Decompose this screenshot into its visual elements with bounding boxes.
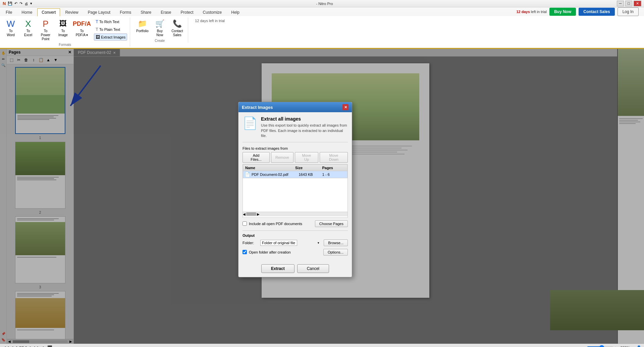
tab-forms[interactable]: Forms: [115, 8, 136, 16]
to-excel-btn[interactable]: X ToExcel: [20, 17, 36, 38]
stop-btn[interactable]: ⬛: [47, 345, 52, 347]
file-list-area[interactable]: Name Size Pages 📄 PDF Document-02.pdf 16…: [243, 164, 348, 218]
next-page-btn[interactable]: ▶: [30, 345, 33, 347]
plaintext-icon: T: [96, 27, 98, 32]
remove-btn[interactable]: Remove: [271, 152, 293, 163]
image-icon: 🖼: [58, 18, 68, 29]
buy-now-btn[interactable]: Buy Now: [549, 8, 576, 16]
close-btn[interactable]: ✕: [634, 1, 641, 6]
extract-images-btn[interactable]: 🖼 Extract Images: [94, 33, 127, 41]
extract-btn[interactable]: Extract: [261, 264, 294, 273]
tab-page-layout[interactable]: Page Layout: [84, 8, 115, 16]
output-section: Output Folder: Folder of original file C…: [243, 230, 348, 256]
zoom-slider[interactable]: [587, 345, 613, 347]
contact-icon: 📞: [172, 18, 182, 29]
to-rich-text-btn[interactable]: T To Rich Text: [94, 18, 127, 25]
browse-btn[interactable]: Browse...: [324, 239, 348, 246]
tab-help[interactable]: Help: [227, 8, 244, 16]
options-btn[interactable]: Options...: [323, 249, 348, 256]
login-btn[interactable]: Log In: [618, 7, 639, 16]
buy-icon: 🛒: [154, 18, 165, 29]
file-pages: 1 - 6: [322, 172, 346, 177]
maximize-btn[interactable]: □: [625, 1, 632, 6]
tab-share[interactable]: Share: [136, 8, 156, 16]
zoom-out-btn[interactable]: –: [583, 346, 585, 347]
modal-header-desc: Use this export tool to quickly extract …: [261, 123, 348, 138]
modal-close-btn[interactable]: ✕: [342, 104, 348, 110]
quick-print[interactable]: 🖨: [24, 2, 28, 6]
include-open-checkbox[interactable]: [243, 221, 247, 226]
zoom-in-btn[interactable]: +: [615, 346, 617, 347]
ribbon-content: W ToWord X ToExcel P ToPowerPoint 🖼 ToIm…: [0, 16, 644, 48]
file-hscroll[interactable]: ◀ ▶: [243, 212, 347, 216]
title-bar-left: N 💾 ↶ ↷ 🖨 ▾: [3, 1, 32, 6]
file-size: 1643 KB: [299, 172, 322, 177]
quick-redo[interactable]: ↷: [19, 1, 22, 6]
cancel-btn[interactable]: Cancel: [297, 264, 329, 273]
file-row-1[interactable]: 📄 PDF Document-02.pdf 1643 KB 1 - 6: [243, 171, 347, 178]
move-down-btn[interactable]: Move Down: [320, 152, 348, 163]
col-pages: Pages: [320, 165, 347, 171]
tab-file[interactable]: File: [1, 8, 16, 16]
move-up-btn[interactable]: Move Up: [295, 152, 318, 163]
file-name: PDF Document-02.pdf: [252, 172, 299, 177]
ribbon-trial-text: 12 days left in trial: [192, 17, 227, 24]
extract-images-icon: 🖼: [96, 34, 100, 40]
modal-header-text: Extract all images Use this export tool …: [261, 116, 348, 138]
tab-erase[interactable]: Erase: [156, 8, 175, 16]
add-files-btn[interactable]: Add Files...: [243, 152, 270, 163]
status-icon-1[interactable]: 👤: [637, 345, 641, 347]
tab-review[interactable]: Review: [61, 8, 83, 16]
create-group-label: Create: [155, 38, 165, 43]
folder-select[interactable]: Folder of original file Choose folder...: [260, 240, 297, 246]
file-table: Name Size Pages 📄 PDF Document-02.pdf 16…: [243, 164, 347, 178]
folder-label: Folder:: [243, 241, 258, 245]
last-page-btn[interactable]: ▶▶: [34, 345, 40, 347]
open-folder-checkbox[interactable]: [243, 250, 247, 254]
powerpoint-icon: P: [40, 18, 51, 29]
minimize-btn[interactable]: ─: [617, 1, 624, 6]
to-plain-text-btn[interactable]: T To Plain Text: [94, 26, 127, 33]
main-area: ✋ ✏ 🔍 📌 🔖 Pages ✕ ⬚ ✂ 🗑 ↕ 📋 ▲ ▼: [0, 49, 644, 344]
col-name: Name: [243, 165, 293, 171]
excel-icon: X: [23, 18, 34, 29]
to-image-btn[interactable]: 🖼 ToImage: [55, 17, 71, 38]
to-powerpoint-btn[interactable]: P ToPowerPoint: [38, 17, 54, 42]
choose-pages-btn[interactable]: Choose Pages: [315, 220, 348, 227]
modal-header-section: 📄 Extract all images Use this export too…: [243, 116, 348, 142]
portfolio-btn[interactable]: 📁 Portfolio: [134, 17, 150, 34]
tab-convert[interactable]: Convert: [37, 8, 60, 16]
file-icon: 📄: [245, 172, 250, 177]
tab-home[interactable]: Home: [17, 8, 37, 16]
contact-sales-btn[interactable]: Contact Sales: [579, 8, 614, 16]
first-page-btn[interactable]: ◀◀: [3, 345, 9, 347]
modal-body: 📄 Extract all images Use this export too…: [238, 112, 352, 261]
modal-header-title: Extract all images: [261, 116, 348, 122]
buy-now-ribbon-btn[interactable]: 🛒 BuyNow: [152, 17, 168, 38]
ribbon-group-create: 📁 Portfolio 🛒 BuyNow 📞 ContactSales Crea…: [134, 17, 188, 43]
output-label: Output: [243, 233, 348, 237]
zoom-level: 300%: [618, 346, 630, 347]
to-pdfa-btn[interactable]: PDF/A ToPDF/A ▾: [72, 17, 91, 38]
modal-titlebar: Extract Images ✕: [238, 102, 352, 112]
ribbon-group-formats-buttons: W ToWord X ToExcel P ToPowerPoint 🖼 ToIm…: [3, 17, 127, 42]
formats-group-label: Formats: [59, 42, 71, 47]
play-btn[interactable]: ▶: [43, 345, 46, 347]
ribbon-small-group: T To Rich Text T To Plain Text 🖼 Extract…: [94, 17, 127, 41]
contact-sales-ribbon-btn[interactable]: 📞 ContactSales: [169, 17, 185, 38]
tab-customize[interactable]: Customize: [199, 8, 226, 16]
page-indicator: 1 OF 6: [14, 346, 29, 347]
ribbon-tabs: File Home Convert Review Page Layout For…: [0, 7, 644, 16]
word-icon: W: [5, 18, 16, 29]
modal-files-label: Files to extract images from: [243, 146, 348, 150]
open-folder-label: Open folder after creation: [249, 250, 291, 254]
to-word-btn[interactable]: W ToWord: [3, 17, 19, 38]
ribbon-trial-group: 12 days left in trial: [192, 17, 230, 24]
tab-protect[interactable]: Protect: [176, 8, 198, 16]
ribbon-group-formats: W ToWord X ToExcel P ToPowerPoint 🖼 ToIm…: [3, 17, 130, 47]
include-open-label: Include all open PDF documents: [249, 222, 302, 226]
prev-page-btn[interactable]: ◀: [10, 345, 13, 347]
quick-save[interactable]: 💾: [8, 1, 12, 6]
modal-footer: Extract Cancel: [238, 261, 352, 277]
quick-undo[interactable]: ↶: [14, 1, 17, 6]
